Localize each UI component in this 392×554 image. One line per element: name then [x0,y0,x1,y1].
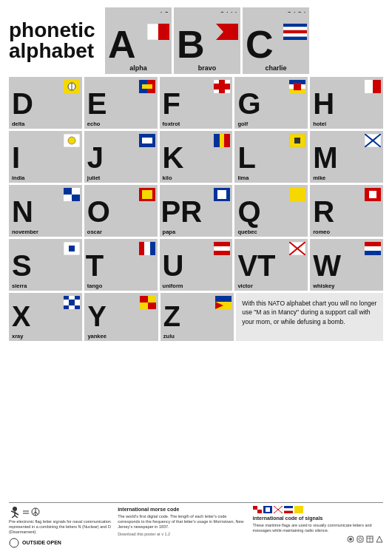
signal-flags-row [253,506,383,513]
cell-p: · − − · PR papa [160,185,233,237]
flag-v-icon [289,242,305,255]
svg-rect-6 [283,30,307,33]
cell-f: · · − · F foxtrot [160,77,233,129]
social-icon-3 [366,536,374,543]
flag-l-icon [289,134,305,147]
svg-rect-14 [142,84,152,89]
name-p: papa [163,229,176,235]
name-u: uniform [163,283,183,289]
cell-a: · − A alpha [105,7,172,74]
svg-rect-51 [139,242,144,255]
svg-rect-31 [214,134,220,147]
header-row: phonetic alphabet · − A alpha − · · · [9,7,383,74]
name-x: xray [12,333,23,340]
svg-rect-22 [365,80,373,93]
signal-flag-3 [274,506,283,513]
morse-title: international morse code [118,506,248,513]
cell-c: − · − · C charlie [243,7,309,74]
name-v: victor [237,283,252,289]
flag-j-icon [139,134,155,147]
char-b: B [177,25,205,64]
svg-marker-107 [376,536,382,542]
cell-z: − − · · Z zulu [160,293,234,341]
version-text: Download this poster at v 1.2 [118,532,248,537]
svg-rect-4 [283,24,307,27]
social-icons [253,536,383,543]
brand-name: OUTSIDE OPEN [22,539,61,546]
svg-rect-48 [369,191,376,198]
svg-rect-61 [365,246,381,251]
svg-rect-53 [150,242,155,255]
semaphore-icon [9,506,21,518]
svg-rect-89 [253,510,257,513]
cell-j: · − − − J juliet [84,131,158,183]
cell-h: · · · · H hotel [310,77,383,129]
social-icon-2 [356,536,364,543]
signal-flag-2 [263,506,272,513]
cell-n: − · N november [9,185,82,237]
svg-rect-92 [266,507,270,512]
signals-title: international code of signals [253,515,383,521]
svg-rect-98 [284,510,293,513]
svg-rect-17 [214,84,230,89]
footer-semaphore: Pre-electronic flag letter signals for n… [9,506,113,548]
row-defgh: − · · D delta · E echo [9,77,383,129]
name-s: sierra [12,283,27,289]
svg-point-101 [349,538,352,541]
signal-flag-5 [294,506,303,513]
name-t: tango [87,283,102,289]
page: phonetic alphabet · − A alpha − · · · [0,0,392,554]
flag-z-icon [215,296,232,309]
svg-rect-45 [217,190,226,199]
flag-n-icon [64,188,80,201]
flag-c-icon [283,24,307,40]
row-stuvw: · · · S sierra − T tango · · − [9,239,383,291]
peace-icon [31,507,40,516]
svg-rect-70 [148,303,156,309]
cell-s: · · · S sierra [9,239,82,291]
name-q: quebec [237,229,257,235]
svg-line-84 [33,512,36,515]
morse-a: · − [160,10,169,15]
promo-block: With this NATO alphabet chart you will n… [236,293,383,341]
svg-rect-96 [284,506,293,508]
name-z: zulu [163,333,175,340]
cell-o: − − − O oscar [84,185,158,237]
svg-point-86 [10,538,18,547]
flag-m-icon [365,134,381,147]
cell-l: · − · · L lima [234,131,308,183]
cell-m: − − M mike [310,131,383,183]
row-nopqr: − · N november − − − O oscar [9,185,383,237]
svg-rect-5 [283,27,307,30]
svg-point-103 [359,538,362,541]
svg-rect-41 [72,195,80,201]
svg-rect-99 [294,506,303,513]
morse-c: − · − · [288,10,306,15]
social-icon-4 [376,536,383,543]
brand-section: OUTSIDE OPEN [9,538,113,548]
svg-point-74 [13,507,17,511]
svg-rect-62 [365,251,381,255]
signals-desc: These maritime flags are used to visuall… [253,523,383,533]
svg-rect-68 [148,296,156,303]
name-o: oscar [87,229,102,235]
flag-b-icon [216,24,238,40]
signal-flag-1 [253,506,262,513]
name-l: lima [237,175,249,181]
name-m: mike [313,175,325,181]
name-c: charlie [265,64,286,72]
promo-text: With this NATO alphabet chart you will n… [242,300,376,325]
char-c: C [246,25,274,64]
flag-e-icon [139,80,155,93]
footer-signals: international code of signals These mari… [253,506,383,548]
name-w: whiskey [313,283,334,289]
name-y: yankee [87,333,106,340]
svg-rect-23 [373,80,381,93]
svg-line-79 [15,516,18,518]
svg-rect-0 [147,24,158,40]
svg-rect-28 [142,134,152,138]
semaphore-desc: Pre-electronic flag letter signals for n… [9,519,113,535]
svg-point-25 [68,137,75,144]
flag-q-icon [289,188,305,201]
cell-y: − · − − Y yankee [84,293,158,341]
